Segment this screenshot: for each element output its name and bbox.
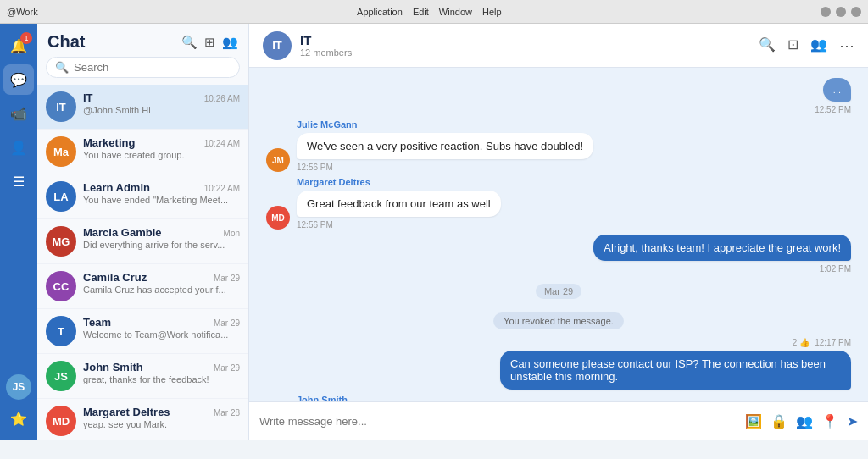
minimize-button[interactable]	[821, 7, 831, 17]
message-input-area: 🖼️ 🔒 👥 📍 ➤	[249, 401, 868, 440]
chat-avatar: IT	[263, 31, 292, 60]
people-icon[interactable]: 👥	[796, 413, 813, 429]
avatar: CC	[46, 271, 76, 301]
location-icon[interactable]: 📍	[821, 413, 838, 429]
message-time: 12:56 PM	[297, 163, 593, 172]
message-group: Julie McGann We've seen a very positive …	[297, 119, 593, 172]
search-header-icon[interactable]: 🔍	[181, 35, 198, 50]
conv-preview: Welcome to Team@Work notifica...	[83, 329, 240, 340]
conv-time: Mar 29	[214, 274, 240, 283]
message-row: Alright, thanks team! I appreciate the g…	[266, 235, 851, 274]
conv-info: IT 10:26 AM @John Smith Hi	[83, 91, 240, 115]
avatar: Ma	[46, 136, 76, 167]
messages-area: ... 12:52 PM JM Julie McGann We've seen …	[249, 68, 868, 401]
message-sender: John Smith	[297, 395, 637, 401]
message-row: 2 👍 12:17 PM Can someone please contact …	[266, 338, 851, 390]
conv-time: Mar 29	[214, 318, 240, 328]
more-options-icon[interactable]: ⋯	[839, 36, 854, 55]
conv-item-learn-admin[interactable]: LA Learn Admin 10:22 AM You have ended "…	[37, 174, 248, 219]
conv-preview: yeap. see you Mark.	[83, 419, 240, 429]
avatar: JM	[266, 148, 290, 172]
conv-name: Learn Admin	[83, 181, 150, 194]
app-name: @Work	[7, 7, 38, 17]
conv-info: Team Mar 29 Welcome to Team@Work notific…	[83, 316, 240, 340]
message-input[interactable]	[259, 415, 737, 428]
conv-preview: Camila Cruz has accepted your f...	[83, 285, 240, 295]
conv-preview: You have created group.	[83, 150, 240, 160]
avatar: LA	[46, 181, 76, 212]
lock-icon[interactable]: 🔒	[771, 413, 787, 429]
sidebar-item-contacts[interactable]: 👤	[3, 132, 34, 163]
search-input[interactable]	[74, 61, 231, 74]
message-bubble: Alright, thanks team! I appreciate the g…	[593, 235, 851, 261]
add-contact-icon[interactable]: 👥	[222, 35, 238, 50]
menu-bar-inline: Application Edit Window Help	[357, 7, 502, 17]
user-avatar[interactable]: JS	[6, 374, 31, 400]
search-box[interactable]: 🔍	[46, 57, 240, 78]
conv-name: Marcia Gamble	[83, 226, 162, 239]
sidebar-item-star[interactable]: ⭐	[3, 403, 34, 434]
chat-subtitle: 12 members	[300, 47, 750, 58]
sidebar-bottom: JS ⭐	[3, 374, 34, 440]
avatar: IT	[46, 91, 76, 122]
avatar: MG	[46, 226, 76, 257]
message-group: 2 👍 12:17 PM Can someone please contact …	[500, 338, 851, 390]
message-group: Margaret Deltres Great feedback from our…	[297, 177, 501, 230]
chat-header-icons: 🔍 ⊡ 👥 ⋯	[759, 36, 854, 55]
date-divider: Mar 29	[536, 284, 581, 299]
message-bubble: Can someone please contact our ISP? The …	[500, 351, 851, 390]
menu-window[interactable]: Window	[439, 7, 472, 17]
chat-main: IT IT 12 members 🔍 ⊡ 👥 ⋯ ... 12:52 PM	[249, 24, 868, 440]
conv-time: 10:24 AM	[204, 139, 240, 148]
conv-item-it[interactable]: IT IT 10:26 AM @John Smith Hi	[37, 85, 248, 130]
reaction-count: 2 👍	[793, 338, 810, 347]
sidebar-item-chat[interactable]: 💬	[3, 64, 34, 95]
avatar: T	[46, 316, 76, 346]
close-button[interactable]	[851, 7, 861, 17]
chat-header: IT IT 12 members 🔍 ⊡ 👥 ⋯	[249, 24, 868, 68]
screen-share-icon[interactable]: ⊡	[787, 36, 798, 55]
menu-icon: ☰	[13, 174, 25, 190]
conv-item-team[interactable]: T Team Mar 29 Welcome to Team@Work notif…	[37, 309, 248, 354]
page-title: Chat	[47, 32, 85, 52]
menu-application[interactable]: Application	[357, 7, 403, 17]
conv-item-marcia[interactable]: MG Marcia Gamble Mon Did everything arri…	[37, 219, 248, 264]
conv-item-margaret[interactable]: MD Margaret Deltres Mar 28 yeap. see you…	[37, 399, 248, 440]
conv-name: Team	[83, 316, 111, 329]
conv-name: IT	[83, 91, 93, 104]
menu-edit[interactable]: Edit	[413, 7, 429, 17]
sidebar-item-menu[interactable]: ☰	[3, 166, 34, 196]
message-group: Alright, thanks team! I appreciate the g…	[593, 235, 851, 274]
conv-time: Mar 29	[214, 363, 240, 373]
conv-name: Marketing	[83, 136, 135, 149]
conv-item-camila[interactable]: CC Camila Cruz Mar 29 Camila Cruz has ac…	[37, 264, 248, 309]
conv-time: 10:26 AM	[204, 94, 240, 103]
conv-time: Mon	[224, 229, 240, 238]
conv-item-marketing[interactable]: Ma Marketing 10:24 AM You have created g…	[37, 130, 248, 174]
chat-header-info: IT 12 members	[300, 33, 750, 58]
maximize-button[interactable]	[836, 7, 846, 17]
image-upload-icon[interactable]: 🖼️	[745, 413, 762, 429]
message-group: ... 12:52 PM	[815, 78, 851, 114]
conv-info: Margaret Deltres Mar 28 yeap. see you Ma…	[83, 406, 240, 429]
message-time: 1:02 PM	[820, 264, 851, 274]
message-row: JM Julie McGann We've seen a very positi…	[266, 119, 851, 172]
conv-name: Margaret Deltres	[83, 406, 170, 418]
grid-icon[interactable]: ⊞	[204, 35, 215, 50]
message-bubble: We've seen a very positive reaction. Sub…	[297, 133, 593, 159]
sidebar-item-video[interactable]: 📹	[3, 98, 34, 129]
conv-item-john[interactable]: JS John Smith Mar 29 great, thanks for t…	[37, 354, 248, 399]
conv-info: Learn Admin 10:22 AM You have ended "Mar…	[83, 181, 240, 205]
conv-info: Marketing 10:24 AM You have created grou…	[83, 136, 240, 160]
search-chat-icon[interactable]: 🔍	[759, 36, 776, 55]
conv-name: Camila Cruz	[83, 271, 147, 284]
message-time: 12:52 PM	[815, 105, 851, 114]
send-icon[interactable]: ➤	[847, 413, 858, 429]
members-icon[interactable]: 👥	[810, 36, 827, 55]
avatar: MD	[46, 406, 76, 436]
chat-icon: 💬	[10, 72, 27, 88]
menu-help[interactable]: Help	[482, 7, 502, 17]
sidebar-item-notification[interactable]: 🔔 1	[3, 30, 34, 61]
system-message: You revoked the message.	[493, 312, 624, 329]
message-sender: Margaret Deltres	[297, 177, 501, 187]
